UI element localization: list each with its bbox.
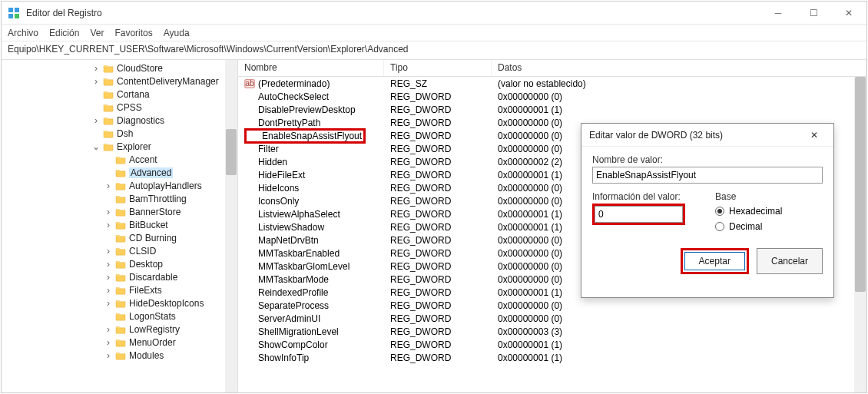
tree-item-label: LowRegistry <box>129 324 180 335</box>
value-type: REG_DWORD <box>384 118 492 128</box>
tree-item[interactable]: ⌄Explorer <box>5 140 237 153</box>
expand-icon[interactable]: › <box>91 115 101 126</box>
value-name: MapNetDrvBtn <box>258 235 319 246</box>
tree-item-label: Discardable <box>129 272 177 283</box>
col-type[interactable]: Tipo <box>384 60 492 76</box>
tree-item[interactable]: ›MenuOrder <box>5 336 237 349</box>
value-row[interactable]: ShellMigrationLevelREG_DWORD0x00000003 (… <box>238 325 866 338</box>
tree-item-label: CloudStore <box>117 63 163 74</box>
folder-icon <box>115 260 126 269</box>
value-name: ServerAdminUI <box>258 313 320 324</box>
tree-item[interactable]: Advanced <box>5 166 237 179</box>
list-scrollbar[interactable] <box>854 77 866 392</box>
expand-icon[interactable]: › <box>103 259 114 270</box>
value-name: Hidden <box>258 157 287 167</box>
expand-icon[interactable]: › <box>103 337 114 348</box>
tree-item[interactable]: ›LowRegistry <box>5 323 237 336</box>
menu-help[interactable]: Ayuda <box>164 28 190 38</box>
ok-button[interactable]: Aceptar <box>684 252 745 270</box>
value-name: ListviewShadow <box>258 222 324 233</box>
tree-item[interactable]: LogonStats <box>5 310 237 323</box>
folder-icon <box>115 155 126 164</box>
dialog-titlebar[interactable]: Editar valor de DWORD (32 bits) ✕ <box>581 124 833 147</box>
tree-item-label: Accent <box>129 154 157 165</box>
tree-item[interactable]: ›Discardable <box>5 270 237 283</box>
tree-scrollbar[interactable] <box>225 60 237 392</box>
titlebar[interactable]: Editor del Registro ─ ☐ ✕ <box>2 2 866 25</box>
expand-icon[interactable]: › <box>103 350 114 361</box>
name-field[interactable] <box>592 167 823 184</box>
tree-item[interactable]: Accent <box>5 153 237 166</box>
address-bar[interactable]: Equipo\HKEY_CURRENT_USER\Software\Micros… <box>2 41 866 60</box>
expand-icon[interactable]: › <box>103 298 114 309</box>
tree-item[interactable]: ›BannerStore <box>5 205 237 218</box>
value-row[interactable]: SeparateProcessREG_DWORD0x00000000 (0) <box>238 299 866 312</box>
list-header[interactable]: Nombre Tipo Datos <box>238 60 866 77</box>
tree-item[interactable]: Cortana <box>5 88 237 101</box>
radio-dec[interactable]: Decimal <box>715 219 823 234</box>
value-row[interactable]: ShowCompColorREG_DWORD0x00000001 (1) <box>238 338 866 351</box>
value-name: MMTaskbarMode <box>258 274 329 285</box>
tree-item[interactable]: ›Desktop <box>5 257 237 270</box>
folder-icon <box>115 207 126 217</box>
tree-item[interactable]: CD Burning <box>5 231 237 244</box>
menu-file[interactable]: Archivo <box>8 28 38 38</box>
value-name: ShellMigrationLevel <box>258 326 339 337</box>
menu-favorites[interactable]: Favoritos <box>114 28 152 38</box>
tree-item[interactable]: ›CLSID <box>5 244 237 257</box>
expand-icon[interactable]: › <box>103 272 114 283</box>
expand-icon[interactable]: › <box>91 63 101 74</box>
tree-item[interactable]: ›CloudStore <box>5 61 237 74</box>
dword-icon <box>244 313 255 324</box>
maximize-button[interactable]: ☐ <box>796 2 831 25</box>
tree-item[interactable]: ›AutoplayHandlers <box>5 179 237 192</box>
tree-item-label: CPSS <box>117 102 142 113</box>
dword-icon <box>244 209 255 220</box>
folder-icon <box>115 194 126 204</box>
dword-icon <box>244 157 255 167</box>
tree-item[interactable]: ›ContentDeliveryManager <box>5 74 237 88</box>
value-row[interactable]: (Predeterminado)REG_SZ(valor no establec… <box>238 77 866 90</box>
value-row[interactable]: ShowInfoTipREG_DWORD0x00000001 (1) <box>238 351 866 364</box>
expand-icon[interactable]: › <box>103 246 114 257</box>
expand-icon[interactable]: ⌄ <box>91 141 101 152</box>
value-row[interactable]: ServerAdminUIREG_DWORD0x00000000 (0) <box>238 312 866 325</box>
expand-icon[interactable]: › <box>91 76 101 87</box>
tree-scroll-thumb[interactable] <box>226 129 237 175</box>
cancel-button[interactable]: Cancelar <box>757 248 823 274</box>
expand-icon[interactable]: › <box>103 180 114 191</box>
tree-item[interactable]: ›Modules <box>5 349 237 362</box>
expand-icon[interactable]: › <box>103 285 114 296</box>
col-data[interactable]: Datos <box>492 60 866 76</box>
value-name: AutoCheckSelect <box>258 91 329 102</box>
value-name: HideIcons <box>258 183 299 194</box>
value-field[interactable] <box>595 206 683 223</box>
radio-hex[interactable]: Hexadecimal <box>715 204 823 219</box>
expand-icon[interactable]: › <box>103 324 114 335</box>
tree-pane[interactable]: ›CloudStore›ContentDeliveryManagerCortan… <box>2 60 238 392</box>
tree-item[interactable]: CPSS <box>5 101 237 114</box>
dialog-close-button[interactable]: ✕ <box>803 130 826 141</box>
close-button[interactable]: ✕ <box>831 2 866 25</box>
tree-item[interactable]: ›Diagnostics <box>5 114 237 127</box>
value-data: 0x00000001 (1) <box>492 339 866 350</box>
minimize-button[interactable]: ─ <box>760 2 796 25</box>
tree-item[interactable]: Dsh <box>5 127 237 140</box>
value-type: REG_DWORD <box>384 313 492 324</box>
value-row[interactable]: DisablePreviewDesktopREG_DWORD0x00000001… <box>238 103 866 116</box>
tree-item[interactable]: ›HideDesktopIcons <box>5 296 237 310</box>
value-data: 0x00000000 (0) <box>492 300 866 311</box>
tree-item[interactable]: ›FileExts <box>5 283 237 296</box>
value-type: REG_DWORD <box>384 104 492 115</box>
tree-item[interactable]: BamThrottling <box>5 192 237 205</box>
list-scroll-thumb[interactable] <box>855 77 866 292</box>
tree-item[interactable]: ›BitBucket <box>5 218 237 231</box>
value-name: DisablePreviewDesktop <box>258 104 356 115</box>
expand-icon[interactable]: › <box>103 220 114 230</box>
menu-edit[interactable]: Edición <box>49 28 79 38</box>
value-row[interactable]: AutoCheckSelectREG_DWORD0x00000000 (0) <box>238 90 866 103</box>
dword-icon <box>244 183 255 194</box>
expand-icon[interactable]: › <box>103 207 114 217</box>
menu-view[interactable]: Ver <box>90 28 104 38</box>
col-name[interactable]: Nombre <box>238 60 384 76</box>
